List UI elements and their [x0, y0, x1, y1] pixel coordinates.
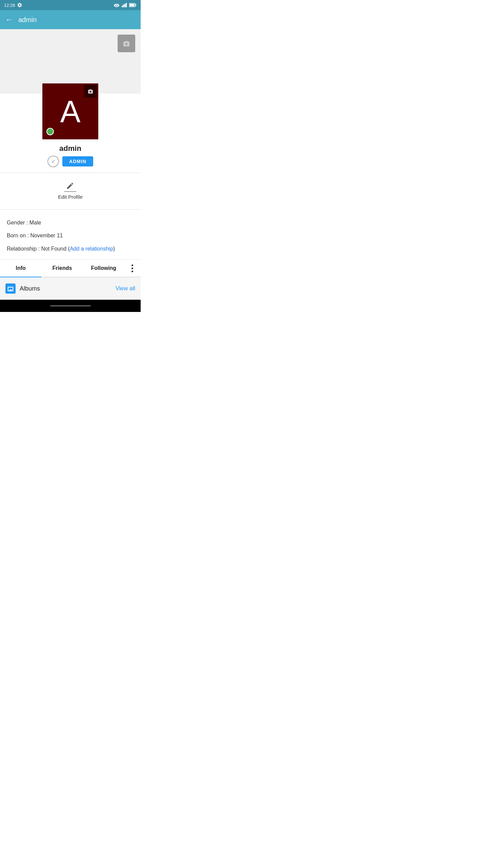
role-badge: ADMIN [62, 156, 93, 166]
albums-left: Albums [5, 283, 40, 294]
cover-camera-button[interactable] [118, 35, 135, 52]
avatar-camera-icon [87, 89, 94, 94]
back-button[interactable]: ← [5, 16, 13, 23]
battery-icon [129, 3, 137, 7]
tab-friends-label: Friends [53, 265, 72, 271]
app-bar-title: admin [18, 16, 37, 24]
status-bar: 12:28 [0, 0, 141, 10]
status-time-area: 12:28 [4, 2, 22, 8]
avatar-section: A admin ✓ ADMIN Edit Profile [0, 94, 141, 213]
info-section: Gender : Male Born on : November 11 Rela… [0, 213, 141, 260]
edit-underline [64, 191, 76, 192]
tab-bar: Info Friends Following [0, 260, 141, 277]
svg-rect-6 [130, 4, 135, 6]
avatar-container: A [42, 83, 98, 139]
svg-rect-2 [124, 4, 125, 7]
svg-rect-3 [126, 3, 127, 7]
tab-friends[interactable]: Friends [41, 260, 83, 277]
gender-text: Gender : Male [7, 220, 41, 225]
relationship-row: Relationship : Not Found (Add a relation… [7, 245, 134, 253]
wifi-icon [114, 3, 120, 7]
add-relationship-link[interactable]: Add a relationship [70, 246, 113, 252]
status-icons [114, 3, 137, 7]
image-icon [7, 286, 14, 291]
gear-icon [17, 2, 22, 8]
avatar-image: A [42, 83, 98, 139]
signal-icon [122, 3, 127, 7]
app-bar: ← admin [0, 10, 141, 29]
albums-icon-wrap [5, 283, 16, 294]
tab-following-label: Following [91, 265, 116, 271]
tab-following[interactable]: Following [83, 260, 124, 277]
edit-profile-label: Edit Profile [58, 194, 83, 200]
relationship-prefix: Relationship : Not Found ( [7, 246, 70, 252]
birthday-text: Born on : November 11 [7, 233, 63, 238]
birthday-row: Born on : November 11 [7, 232, 134, 239]
avatar-camera-button[interactable] [84, 85, 97, 98]
home-indicator [50, 305, 91, 307]
tab-info[interactable]: Info [0, 260, 41, 277]
svg-rect-0 [122, 6, 123, 7]
online-status-dot [46, 128, 54, 135]
more-dots-icon [131, 264, 133, 272]
divider-2 [0, 209, 141, 210]
svg-rect-1 [123, 4, 124, 7]
edit-pencil-icon [66, 182, 74, 190]
avatar-letter: A [60, 96, 80, 127]
divider-1 [0, 173, 141, 173]
albums-label: Albums [20, 285, 40, 292]
albums-section: Albums View all [0, 277, 141, 300]
username: admin [59, 144, 81, 153]
relationship-suffix: ) [113, 246, 115, 252]
verified-badge: ✓ [47, 156, 59, 167]
camera-icon [123, 40, 130, 46]
checkmark-icon: ✓ [51, 158, 56, 165]
clock-time: 12:28 [4, 3, 15, 8]
bottom-bar [0, 300, 141, 312]
tab-info-label: Info [16, 265, 26, 271]
view-all-link[interactable]: View all [116, 285, 135, 292]
svg-rect-5 [136, 4, 137, 6]
edit-profile-button[interactable]: Edit Profile [58, 176, 83, 206]
badges-row: ✓ ADMIN [47, 156, 93, 167]
edit-icon-wrap [64, 182, 76, 192]
tab-more-button[interactable] [124, 260, 141, 277]
gender-row: Gender : Male [7, 219, 134, 226]
